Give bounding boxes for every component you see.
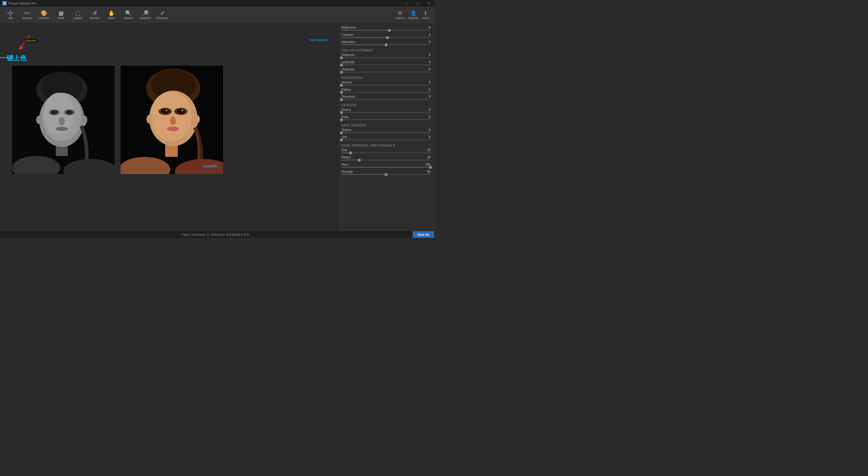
contrast-slider-row: Contrast 4 (338, 33, 434, 40)
threshold-value: 0 (429, 95, 430, 98)
hsv-section-title: HSV ADJUSTMENT (338, 47, 434, 53)
hintensity-track[interactable] (341, 57, 430, 58)
brightness-track[interactable] (341, 30, 430, 31)
saturation-value: 0 (429, 40, 430, 44)
remove-tool[interactable]: ➖ Remove (19, 8, 35, 22)
contrast-label: Contrast (341, 33, 353, 36)
svg-point-25 (151, 92, 192, 141)
sharpness-radius-slider-row: Radius 0 (338, 87, 434, 95)
haze-radius-value: 20 (427, 156, 430, 159)
zoomout-icon: 🔎 (142, 10, 149, 16)
remove-icon: ➖ (24, 10, 30, 16)
atom-slider-row: Atom 100 (338, 162, 434, 170)
sharpness-radius-track[interactable] (341, 92, 430, 93)
svg-point-18 (36, 115, 42, 124)
saturation-slider-row: Saturation 0 (338, 40, 434, 47)
fitscreen-label: FitScreen (156, 16, 168, 20)
zoomin-icon: 🔍 (125, 10, 132, 16)
svg-point-34 (170, 116, 176, 125)
app-title: Picture Colorizer Pro (8, 2, 36, 5)
amount-track[interactable] (341, 84, 430, 86)
sharpness-radius-value: 0 (429, 88, 430, 91)
mask-tool[interactable]: ▦ Mask (53, 8, 69, 22)
register-button[interactable]: 👤 Register (408, 10, 418, 20)
add-label: Add (8, 16, 13, 20)
colorize-icon: 🎨 (41, 10, 47, 16)
svg-point-17 (82, 115, 87, 124)
contrast-thumb[interactable] (386, 36, 389, 39)
delta-track[interactable] (341, 119, 430, 120)
texture-track[interactable] (341, 132, 430, 133)
colorized-image: mak999 (121, 66, 223, 174)
brightness-slider-row: Brightness 8 (338, 25, 434, 33)
saturation-fill (341, 44, 386, 45)
contrast-value: 4 (429, 33, 430, 36)
size-label: Size (341, 148, 347, 152)
svg-point-35 (167, 127, 179, 131)
main-area: xzji.com 一键上色 (0, 24, 434, 231)
original-image (12, 66, 115, 174)
soft-track[interactable] (341, 139, 430, 140)
bw-image (12, 66, 115, 174)
haze-radius-slider-row: Radius 20 (338, 155, 434, 162)
svg-point-19 (83, 123, 86, 126)
vintensity-track[interactable] (341, 72, 430, 73)
sintensity-track[interactable] (341, 64, 430, 65)
add-tool[interactable]: ➕ Add (2, 8, 18, 22)
vintensity-value: 0 (429, 68, 430, 71)
brightness-label: Brightness (341, 26, 355, 29)
titlebar: P Picture Colorizer Pro ─ □ ✕ (0, 0, 434, 7)
denoise-radius-track[interactable] (341, 112, 430, 113)
saturation-thumb[interactable] (384, 43, 388, 46)
xzji-watermark: xzji.com (24, 38, 38, 43)
haze-radius-track[interactable] (341, 160, 430, 161)
mask-icon: ▦ (59, 10, 64, 16)
move-label: Move (108, 16, 115, 20)
zoomin-tool[interactable]: 🔍 ZoomIn (121, 8, 136, 22)
amount-label: Amount (341, 81, 352, 84)
contrast-track[interactable] (341, 37, 430, 38)
move-tool[interactable]: ✋ Move (104, 8, 119, 22)
svg-point-32 (166, 110, 167, 111)
inpaint-label: Inpaint (73, 16, 82, 20)
colorize-tool[interactable]: 🎨 Colorize! (36, 8, 52, 22)
canvas-area[interactable]: xzji.com 一键上色 (0, 24, 338, 231)
size-slider-row: Size 10 (338, 148, 434, 155)
svg-point-39 (147, 115, 153, 124)
minimize-button[interactable]: ─ (401, 0, 412, 7)
fitscreen-tool[interactable]: ⤢ FitScreen (154, 8, 170, 22)
close-button[interactable]: ✕ (423, 0, 434, 7)
size-track[interactable] (341, 152, 430, 153)
colorize-label: Colorize! (38, 16, 50, 20)
saturation-track[interactable] (341, 44, 430, 45)
saturation-label: Saturation (341, 40, 355, 44)
atom-track[interactable] (341, 167, 430, 168)
hintensity-slider-row: Hintensity 0 (338, 53, 434, 60)
haze-radius-label: Radius (341, 156, 351, 159)
svg-point-12 (66, 110, 73, 114)
restore-tool[interactable]: ↺ Restore (87, 8, 102, 22)
maximize-button[interactable]: □ (412, 0, 423, 7)
delta-value: 0 (429, 115, 430, 118)
statusbar: Faild to download: 在 WebClient 请求期间发生异常。… (0, 231, 434, 238)
about-icon: ℹ (425, 10, 427, 16)
hintensity-value: 0 (429, 53, 430, 57)
svg-point-40 (195, 124, 198, 126)
vintensity-label: Vintensity (341, 68, 354, 71)
brightness-value: 8 (429, 26, 430, 29)
zoomout-tool[interactable]: 🔎 ZoomOut (137, 8, 153, 22)
status-text: Faild to download: 在 WebClient 请求期间发生异常。 (4, 233, 430, 237)
bw-portrait-svg (12, 66, 115, 174)
brightness-thumb[interactable] (388, 29, 391, 32)
strength-value: 50 (427, 170, 430, 173)
add-icon: ➕ (7, 10, 13, 16)
amount-value: 0 (429, 81, 430, 84)
about-button[interactable]: ℹ About (422, 10, 429, 20)
texture-slider-row: Texture 0 (338, 128, 434, 135)
save-button[interactable]: Save As (412, 231, 434, 238)
strength-track[interactable] (341, 174, 430, 175)
inpaint-tool[interactable]: ⬚ Inpaint (70, 8, 86, 22)
sintensity-value: 0 (429, 61, 430, 64)
threshold-track[interactable] (341, 99, 430, 100)
options-button[interactable]: ⚙ Options (396, 10, 405, 20)
